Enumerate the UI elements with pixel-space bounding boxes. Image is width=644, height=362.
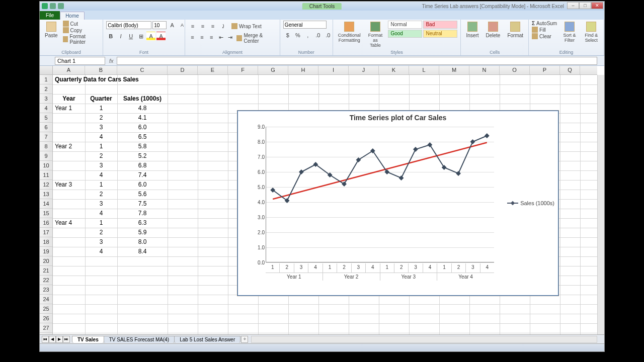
grow-font-button[interactable]: A bbox=[168, 21, 177, 30]
delete-cells-button[interactable]: Delete bbox=[484, 21, 502, 39]
fill-button[interactable]: Fill bbox=[532, 27, 557, 33]
tab-file[interactable]: File bbox=[40, 11, 60, 20]
tab-nav-next[interactable]: ▶ bbox=[56, 336, 63, 343]
col-header-G[interactable]: G bbox=[258, 66, 288, 74]
col-header-N[interactable]: N bbox=[469, 66, 500, 74]
row-header-7[interactable]: 7 bbox=[40, 132, 52, 142]
row-header-4[interactable]: 4 bbox=[40, 104, 52, 113]
row-header-16[interactable]: 16 bbox=[40, 218, 52, 228]
number-format-select[interactable] bbox=[283, 21, 327, 29]
cell-B4[interactable]: 1 bbox=[85, 104, 117, 113]
cell-C12[interactable]: 6.0 bbox=[117, 180, 168, 190]
row-header-17[interactable]: 17 bbox=[40, 228, 52, 237]
dec-decimal-button[interactable]: .0 bbox=[324, 31, 333, 40]
format-painter-button[interactable]: Format Painter bbox=[63, 34, 100, 45]
cell-C3[interactable]: Sales (1000s) bbox=[117, 94, 168, 104]
cell-B16[interactable]: 1 bbox=[85, 218, 117, 228]
row-header-5[interactable]: 5 bbox=[40, 113, 52, 123]
merge-center-button[interactable]: Merge & Center bbox=[236, 33, 277, 44]
cell-C18[interactable]: 8.0 bbox=[117, 237, 168, 247]
clear-button[interactable]: Clear bbox=[532, 33, 557, 39]
row-header-1[interactable]: 1 bbox=[40, 75, 52, 84]
save-icon[interactable] bbox=[42, 3, 48, 9]
italic-button[interactable]: I bbox=[116, 32, 125, 41]
currency-button[interactable]: $ bbox=[283, 31, 292, 40]
col-header-I[interactable]: I bbox=[318, 66, 349, 74]
row-header-3[interactable]: 3 bbox=[40, 94, 52, 104]
formula-input[interactable] bbox=[117, 57, 597, 65]
name-box[interactable]: Chart 1 bbox=[55, 57, 105, 65]
indent-dec-button[interactable]: ⇤ bbox=[217, 33, 225, 42]
copy-button[interactable]: Copy bbox=[63, 27, 100, 33]
style-normal[interactable]: Normal bbox=[388, 21, 422, 29]
style-bad[interactable]: Bad bbox=[423, 21, 457, 29]
format-as-table-button[interactable]: Format as Table bbox=[366, 21, 385, 49]
cell-B11[interactable]: 4 bbox=[85, 170, 117, 180]
row-header-15[interactable]: 15 bbox=[40, 209, 52, 218]
cell-B6[interactable]: 3 bbox=[85, 123, 117, 132]
cell-A8[interactable]: Year 2 bbox=[53, 142, 85, 151]
cell-B10[interactable]: 3 bbox=[85, 161, 117, 170]
font-color-button[interactable]: A bbox=[156, 32, 166, 41]
col-header-E[interactable]: E bbox=[198, 66, 228, 74]
cell-B18[interactable]: 3 bbox=[85, 237, 117, 247]
align-left-button[interactable]: ≡ bbox=[188, 33, 197, 42]
cell-A3[interactable]: Year bbox=[53, 94, 85, 104]
col-header-A[interactable]: A bbox=[53, 66, 85, 74]
format-cells-button[interactable]: Format bbox=[505, 21, 525, 39]
row-header-8[interactable]: 8 bbox=[40, 142, 52, 151]
cell-B3[interactable]: Quarter bbox=[85, 94, 117, 104]
row-header-18[interactable]: 18 bbox=[40, 237, 52, 247]
conditional-formatting-button[interactable]: Conditional Formatting bbox=[336, 21, 363, 44]
font-size-select[interactable] bbox=[152, 21, 167, 29]
row-header-9[interactable]: 9 bbox=[40, 151, 52, 161]
align-top-button[interactable]: ≡ bbox=[188, 22, 197, 31]
row-header-21[interactable]: 21 bbox=[40, 266, 52, 276]
col-header-D[interactable]: D bbox=[168, 66, 198, 74]
orientation-button[interactable]: ⤸ bbox=[218, 22, 227, 31]
cell-C10[interactable]: 6.8 bbox=[117, 161, 168, 170]
font-name-select[interactable] bbox=[106, 21, 151, 29]
cell-B8[interactable]: 1 bbox=[85, 142, 117, 151]
row-header-27[interactable]: 27 bbox=[40, 323, 52, 333]
cell-C15[interactable]: 7.8 bbox=[117, 209, 168, 218]
tab-nav-first[interactable]: ⏮ bbox=[42, 336, 49, 343]
cell-C7[interactable]: 6.5 bbox=[117, 132, 168, 142]
undo-icon[interactable] bbox=[50, 3, 56, 9]
align-bottom-button[interactable]: ≡ bbox=[208, 22, 217, 31]
tab-nav-last[interactable]: ⏭ bbox=[63, 336, 70, 343]
insert-cells-button[interactable]: Insert bbox=[464, 21, 480, 39]
cell-C13[interactable]: 5.6 bbox=[117, 190, 168, 199]
col-header-L[interactable]: L bbox=[409, 66, 439, 74]
indent-inc-button[interactable]: ⇥ bbox=[226, 33, 235, 42]
percent-button[interactable]: % bbox=[293, 31, 302, 40]
vertical-scrollbar[interactable] bbox=[597, 75, 604, 334]
fill-color-button[interactable]: A bbox=[146, 32, 155, 41]
fx-icon[interactable]: fx bbox=[109, 58, 114, 64]
minimize-button[interactable]: – bbox=[567, 2, 579, 9]
align-middle-button[interactable]: ≡ bbox=[198, 22, 207, 31]
col-header-F[interactable]: F bbox=[228, 66, 258, 74]
row-header-2[interactable]: 2 bbox=[40, 84, 52, 94]
row-header-20[interactable]: 20 bbox=[40, 256, 52, 266]
inc-decimal-button[interactable]: .0 bbox=[313, 31, 323, 40]
cell-C16[interactable]: 6.3 bbox=[117, 218, 168, 228]
cell-C11[interactable]: 7.4 bbox=[117, 170, 168, 180]
cell-C8[interactable]: 5.8 bbox=[117, 142, 168, 151]
col-header-P[interactable]: P bbox=[530, 66, 560, 74]
cell-A12[interactable]: Year 3 bbox=[53, 180, 85, 190]
align-center-button[interactable]: ≡ bbox=[198, 33, 206, 42]
cell-B13[interactable]: 2 bbox=[85, 190, 117, 199]
close-button[interactable]: ✕ bbox=[591, 2, 603, 9]
style-neutral[interactable]: Neutral bbox=[423, 30, 457, 38]
align-right-button[interactable]: ≡ bbox=[207, 33, 216, 42]
row-header-11[interactable]: 11 bbox=[40, 170, 52, 180]
cell-C4[interactable]: 4.8 bbox=[117, 104, 168, 113]
sheet-tab-lost-sales[interactable]: Lab 5 Lost Sales Answer bbox=[174, 336, 240, 343]
find-select-button[interactable]: Find & Select bbox=[582, 21, 601, 44]
col-header-K[interactable]: K bbox=[379, 66, 409, 74]
sheet-tab-forecast[interactable]: TV SALES Forecast MA(4) bbox=[104, 336, 175, 343]
col-header-M[interactable]: M bbox=[439, 66, 469, 74]
cell-C5[interactable]: 4.1 bbox=[117, 113, 168, 123]
cell-B12[interactable]: 1 bbox=[85, 180, 117, 190]
